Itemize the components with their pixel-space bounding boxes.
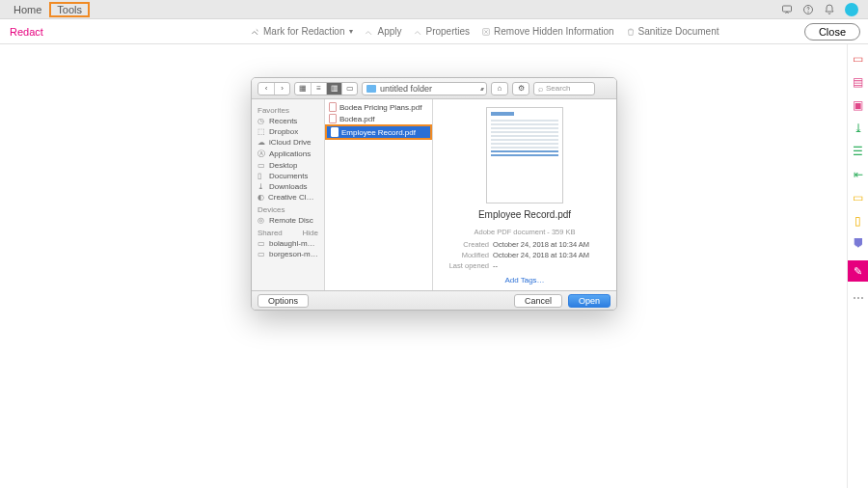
sidebar-favorites-label: Favorites: [252, 103, 324, 116]
svg-point-2: [808, 12, 809, 13]
sanitize-label: Sanitize Document: [638, 26, 719, 37]
file-row[interactable]: Bodea.pdf: [325, 113, 432, 124]
open-button[interactable]: Open: [568, 294, 610, 308]
created-value: October 24, 2018 at 10:34 AM: [493, 240, 607, 249]
right-rail: ▭ ▤ ▣ ⤓ ☰ ⇤ ▭ ▯ ⛊ ✎ ⋯: [847, 44, 868, 488]
remove-hidden-label: Remove Hidden Information: [494, 26, 614, 37]
view-mode-segmented[interactable]: ▦ ≡ ▥ ▭: [294, 82, 358, 95]
sidebar-item-desktop[interactable]: ▭Desktop: [252, 160, 324, 171]
sidebar-devices-label: Devices: [252, 203, 324, 215]
options-button[interactable]: Options: [258, 294, 309, 308]
dialog-footer: Options Cancel Open: [252, 290, 616, 310]
toolbar: Redact Mark for Redaction Apply Properti…: [0, 19, 868, 44]
leftarrow-tool-icon[interactable]: ⇤: [852, 168, 865, 181]
view-gallery-button[interactable]: ▭: [341, 83, 357, 95]
back-button[interactable]: ‹: [258, 83, 274, 95]
tag-button[interactable]: ⌂: [491, 82, 508, 95]
bell-icon[interactable]: [824, 4, 835, 15]
toolbar-actions: Mark for Redaction Apply Properties Remo…: [251, 26, 719, 37]
sidebar-item-remotedisc[interactable]: ◎Remote Disc: [252, 215, 324, 226]
sidebar-shared-label: Shared Hide: [252, 226, 324, 238]
apply-label: Apply: [377, 26, 401, 37]
add-tags-link[interactable]: Add Tags…: [443, 276, 607, 285]
menu-tools[interactable]: Tools: [49, 2, 90, 17]
mark-for-redaction-button[interactable]: Mark for Redaction: [251, 26, 353, 37]
menu-home[interactable]: Home: [6, 2, 49, 17]
svg-rect-0: [783, 6, 792, 12]
sanitize-button[interactable]: Sanitize Document: [626, 26, 719, 37]
preview-type-size: Adobe PDF document - 359 KB: [443, 228, 607, 236]
nav-back-forward[interactable]: ‹ ›: [258, 82, 290, 95]
preview-thumbnail: [486, 107, 563, 203]
mark-for-redaction-label: Mark for Redaction: [263, 26, 344, 37]
sidebar-item-icloud[interactable]: ☁iCloud Drive: [252, 137, 324, 148]
clipboard-tool-icon[interactable]: ▯: [852, 214, 865, 228]
forward-button[interactable]: ›: [274, 83, 289, 95]
pdf-file-icon: [329, 102, 337, 112]
avatar[interactable]: [845, 3, 858, 16]
help-icon[interactable]: [802, 4, 814, 15]
view-icon-button[interactable]: ▦: [295, 83, 311, 95]
sidebar-item-shared-2[interactable]: ▭borgeson-mac…: [252, 249, 324, 259]
menubar: Home Tools: [0, 0, 868, 19]
modified-value: October 24, 2018 at 10:34 AM: [493, 251, 607, 259]
comment-tool-icon[interactable]: ▭: [852, 191, 865, 204]
dialog-sidebar: Favorites ◷Recents ⬚Dropbox ☁iCloud Driv…: [252, 99, 325, 292]
redact-tool-icon[interactable]: ✎: [848, 260, 869, 282]
sidebar-item-downloads[interactable]: ⤓Downloads: [252, 181, 324, 192]
dialog-toolbar: ‹ › ▦ ≡ ▥ ▭ untitled folder ⌂ ⚙ Search: [252, 78, 616, 99]
sidebar-item-shared-1[interactable]: ▭bolaughl-mac…: [252, 238, 324, 249]
created-label: Created: [443, 240, 489, 249]
folder-dropdown[interactable]: untitled folder: [362, 82, 487, 95]
action-button[interactable]: ⚙: [512, 82, 529, 95]
sidebar-item-documents[interactable]: ▯Documents: [252, 171, 324, 181]
stamp-tool-icon[interactable]: ▣: [852, 98, 865, 112]
file-row-selected[interactable]: Employee Record.pdf: [327, 126, 430, 138]
file-row[interactable]: Bodea Pricing Plans.pdf: [325, 101, 432, 113]
file-list: Bodea Pricing Plans.pdf Bodea.pdf Employ…: [325, 99, 433, 292]
folder-icon: [366, 85, 376, 93]
pdf-tool-icon[interactable]: ▭: [852, 52, 865, 66]
lastopened-value: --: [493, 261, 607, 270]
menubar-right: [781, 3, 858, 16]
view-column-button[interactable]: ▥: [326, 83, 341, 95]
export-tool-icon[interactable]: ⤓: [852, 122, 865, 135]
folder-dropdown-label: untitled folder: [380, 84, 476, 94]
file-open-dialog: ‹ › ▦ ≡ ▥ ▭ untitled folder ⌂ ⚙ Search F…: [251, 77, 617, 311]
pdf-file-icon: [331, 127, 339, 137]
view-list-button[interactable]: ≡: [311, 83, 326, 95]
tool-title: Redact: [0, 26, 58, 38]
sidebar-item-recents[interactable]: ◷Recents: [252, 116, 324, 126]
remove-hidden-button[interactable]: Remove Hidden Information: [481, 26, 614, 37]
form-tool-icon[interactable]: ▤: [852, 75, 865, 89]
speech-icon[interactable]: [781, 4, 793, 15]
more-tool-icon[interactable]: ⋯: [852, 291, 865, 305]
sidebar-item-applications[interactable]: ⒶApplications: [252, 148, 324, 160]
sidebar-item-creativecloud[interactable]: ◐Creative Cloud…: [252, 192, 324, 203]
close-button[interactable]: Close: [804, 23, 860, 41]
properties-label: Properties: [426, 26, 471, 37]
preview-filename: Employee Record.pdf: [443, 209, 607, 220]
cancel-button[interactable]: Cancel: [514, 294, 562, 308]
lastopened-label: Last opened: [443, 261, 489, 270]
properties-button[interactable]: Properties: [414, 26, 471, 37]
file-preview: Employee Record.pdf Adobe PDF document -…: [433, 99, 616, 292]
shield-tool-icon[interactable]: ⛊: [852, 237, 865, 251]
apply-button[interactable]: Apply: [365, 26, 401, 37]
search-input[interactable]: Search: [533, 82, 595, 95]
search-placeholder: Search: [546, 84, 570, 93]
sidebar-item-dropbox[interactable]: ⬚Dropbox: [252, 126, 324, 137]
modified-label: Modified: [443, 251, 489, 259]
preview-meta: Created October 24, 2018 at 10:34 AM Mod…: [443, 240, 607, 270]
sidebar-shared-hide[interactable]: Hide: [303, 229, 318, 237]
checklist-tool-icon[interactable]: ☰: [852, 145, 865, 158]
pdf-file-icon: [329, 114, 337, 123]
